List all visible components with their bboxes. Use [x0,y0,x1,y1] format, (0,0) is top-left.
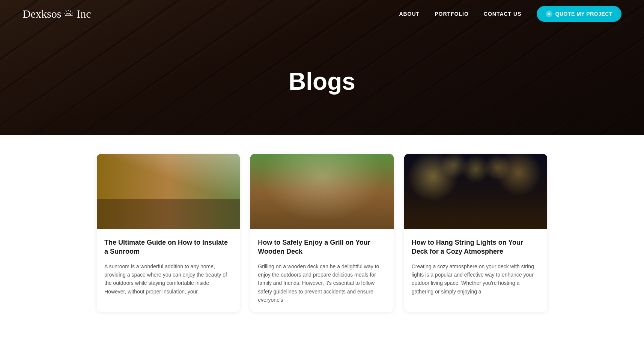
page-title: Blogs [289,68,355,95]
hero-title-area: Blogs [0,28,644,135]
svg-line-3 [72,15,73,15]
hero-section: Dexksos Inc [0,0,644,135]
blog-card-1[interactable]: The Ultimate Guide on How to Insulate a … [97,154,240,312]
blog-image-grill [250,154,393,229]
blog-card-2-title: How to Safely Enjoy a Grill on Your Wood… [258,238,386,256]
quote-button[interactable]: ☀ QUOTE MY PROJECT [537,6,621,22]
svg-line-5 [64,13,65,14]
blog-card-2-excerpt: Grilling on a wooden deck can be a delig… [258,262,386,304]
logo[interactable]: Dexksos Inc [23,8,91,20]
nav-about[interactable]: ABOUT [399,11,420,17]
blog-image-lights [404,154,547,229]
blog-card-3-excerpt: Creating a cozy atmosphere on your deck … [412,262,540,296]
blog-card-3-title: How to Hang String Lights on Your Deck f… [412,238,540,256]
blog-card-1-title: The Ultimate Guide on How to Insulate a … [104,238,232,256]
nav-portfolio[interactable]: PORTFOLIO [435,11,469,17]
blog-card-1-body: The Ultimate Guide on How to Insulate a … [97,229,240,303]
blog-grid: The Ultimate Guide on How to Insulate a … [97,154,547,312]
blog-card-2-body: How to Safely Enjoy a Grill on Your Wood… [250,229,393,312]
navbar: Dexksos Inc [0,0,644,28]
blog-card-2[interactable]: How to Safely Enjoy a Grill on Your Wood… [250,154,393,312]
svg-line-4 [66,11,66,12]
blog-section: The Ultimate Guide on How to Insulate a … [0,135,644,334]
blog-card-3-body: How to Hang String Lights on Your Deck f… [404,229,547,303]
logo-text: Dexksos Inc [23,8,91,20]
logo-sun-icon [63,9,74,20]
svg-line-1 [70,11,71,12]
svg-line-2 [72,13,73,14]
blog-card-1-excerpt: A sunroom is a wonderful addition to any… [104,262,232,296]
nav-links: ABOUT PORTFOLIO CONTACT US ☀ QUOTE MY PR… [399,6,621,22]
blog-image-sunroom [97,154,240,229]
nav-contact[interactable]: CONTACT US [484,11,522,17]
blog-card-3[interactable]: How to Hang String Lights on Your Deck f… [404,154,547,312]
quote-icon: ☀ [546,11,552,17]
